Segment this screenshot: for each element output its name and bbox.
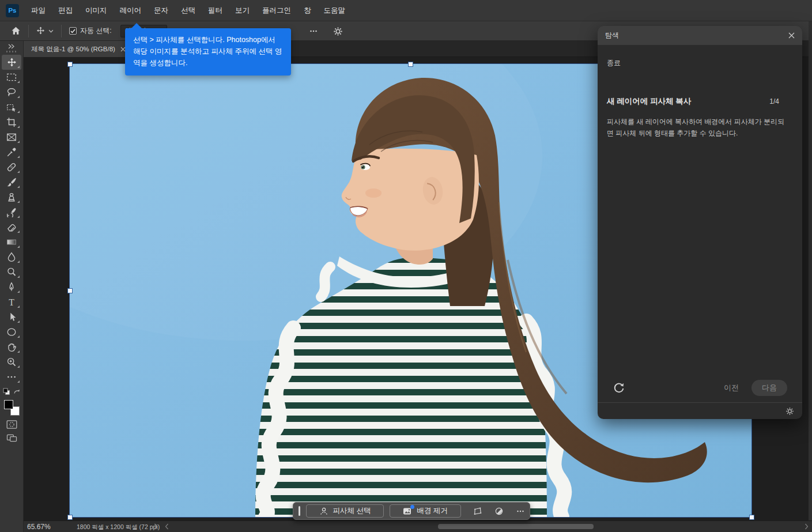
menu-item-type[interactable]: 문자 — [148, 0, 175, 21]
select-subject-label: 피사체 선택 — [333, 506, 371, 516]
crop-tool[interactable] — [2, 115, 21, 130]
options-more-button[interactable] — [304, 24, 323, 39]
step-description: 피사체를 새 레이어에 복사하여 배경에서 피사체가 분리되면 피사체 뒤에 형… — [607, 116, 785, 139]
eyedropper-tool-icon — [6, 147, 17, 157]
divider — [61, 25, 62, 37]
menu-item-edit[interactable]: 편집 — [52, 0, 79, 21]
frame-tool[interactable] — [2, 130, 21, 145]
home-button[interactable] — [7, 24, 25, 39]
spot-healing-brush-tool[interactable] — [2, 160, 21, 175]
marquee-tool-icon — [6, 72, 17, 82]
brush-tool[interactable] — [2, 175, 21, 190]
history-brush-tool[interactable] — [2, 205, 21, 220]
eraser-tool[interactable] — [2, 220, 21, 235]
quick-mask-icon[interactable] — [6, 420, 17, 429]
foreground-background-swatches[interactable] — [4, 400, 20, 416]
adjustments-button[interactable] — [490, 504, 507, 518]
dodge-tool[interactable] — [2, 265, 21, 280]
menu-item-filter[interactable]: 필터 — [202, 0, 229, 21]
move-tool[interactable] — [2, 55, 21, 70]
status-popup-chevron[interactable] — [154, 523, 158, 530]
object-selection-tool[interactable] — [2, 100, 21, 115]
clone-stamp-tool[interactable] — [2, 190, 21, 205]
workspace-settings-button[interactable] — [329, 24, 347, 39]
next-button[interactable]: 다음 — [751, 380, 787, 396]
zoom-tool[interactable] — [2, 354, 21, 369]
remove-background-button[interactable]: 배경 제거 — [390, 504, 461, 518]
document-tab[interactable]: 제목 없음-1 @ 50% (RGB/8) — [24, 41, 132, 57]
scroll-right-chevron[interactable] — [805, 523, 809, 530]
selection-handle-bottom-right[interactable] — [749, 515, 754, 520]
menu-item-view[interactable]: 보기 — [229, 0, 256, 21]
selection-handle-top-left[interactable] — [67, 62, 73, 67]
selection-handle-bottom-left[interactable] — [67, 515, 73, 520]
transform-button[interactable] — [469, 504, 486, 518]
subtool-indicator — [17, 335, 20, 338]
document-info: 1800 픽셀 x 1200 픽셀 (72 ppi) — [77, 523, 160, 531]
divider — [598, 402, 802, 403]
screen-mode-icon[interactable] — [6, 433, 17, 443]
brush-tool-icon — [6, 177, 17, 187]
check-icon — [70, 29, 75, 33]
exit-link[interactable]: 종료 — [607, 58, 621, 68]
chevron-right-icon — [154, 523, 158, 530]
zoom-tool-icon — [6, 357, 17, 367]
panel-settings-button[interactable] — [785, 407, 794, 416]
transform-icon — [473, 507, 482, 516]
ellipsis-icon — [6, 372, 17, 382]
subtool-indicator — [17, 126, 20, 128]
document-tab-title: 제목 없음-1 @ 50% (RGB/8) — [31, 45, 115, 54]
menu-item-plugins[interactable]: 플러그인 — [256, 0, 297, 21]
taskbar-more-button[interactable] — [512, 504, 528, 518]
menu-item-help[interactable]: 도움말 — [318, 0, 352, 21]
select-subject-button[interactable]: 피사체 선택 — [306, 504, 384, 518]
menu-item-file[interactable]: 파일 — [25, 0, 52, 21]
taskbar-drag-handle[interactable] — [299, 506, 300, 516]
gear-icon — [785, 407, 794, 416]
horizontal-scrollbar-thumb[interactable] — [438, 524, 594, 529]
close-icon[interactable] — [788, 32, 795, 39]
discover-panel-footer: 이전 다음 — [598, 378, 802, 398]
menu-item-select[interactable]: 선택 — [175, 0, 202, 21]
selection-handle-middle-left[interactable] — [67, 288, 73, 293]
previous-button[interactable]: 이전 — [711, 383, 751, 393]
blur-tool[interactable] — [2, 250, 21, 265]
gradient-tool[interactable] — [2, 235, 21, 250]
subtool-indicator — [17, 66, 20, 68]
remove-background-label: 배경 제거 — [417, 506, 447, 516]
menu-item-window[interactable]: 창 — [297, 0, 318, 21]
zoom-level-field[interactable]: 65.67% — [27, 523, 51, 531]
menu-item-layer[interactable]: 레이어 — [114, 0, 148, 21]
hand-tool[interactable] — [2, 339, 21, 354]
subtool-indicator — [17, 276, 20, 278]
lasso-tool-icon — [6, 87, 17, 97]
ellipse-tool[interactable] — [2, 325, 21, 339]
photoshop-logo: Ps — [6, 4, 19, 17]
subtool-indicator — [17, 246, 20, 248]
rectangular-marquee-tool[interactable] — [2, 70, 21, 85]
default-colors-icon[interactable] — [3, 388, 11, 396]
discover-panel-header[interactable]: 탐색 — [598, 26, 802, 45]
auto-select-checkbox[interactable]: 자동 선택: — [65, 24, 116, 39]
more-tools-button[interactable] — [2, 369, 21, 384]
swap-colors-icon[interactable] — [13, 388, 21, 395]
pen-tool[interactable] — [2, 280, 21, 295]
subtool-indicator — [17, 141, 20, 143]
chevron-down-icon — [48, 29, 54, 33]
chevron-left-icon — [165, 523, 169, 530]
tool-preset-move[interactable] — [32, 24, 58, 39]
lasso-tool[interactable] — [2, 85, 21, 100]
eyedropper-tool[interactable] — [2, 145, 21, 160]
scroll-left-chevron[interactable] — [165, 523, 169, 530]
foreground-color-swatch[interactable] — [4, 400, 13, 409]
collapse-tools-button[interactable] — [7, 44, 16, 49]
hand-tool-icon — [6, 342, 17, 352]
path-selection-tool[interactable] — [2, 310, 21, 325]
type-tool[interactable]: T — [2, 295, 21, 310]
checkbox — [69, 27, 77, 35]
restart-button[interactable] — [613, 382, 625, 394]
selection-handle-top-middle[interactable] — [408, 62, 413, 67]
panel-grip[interactable] — [6, 51, 17, 52]
panel-dock-strip — [809, 21, 812, 520]
menu-item-image[interactable]: 이미지 — [79, 0, 114, 21]
